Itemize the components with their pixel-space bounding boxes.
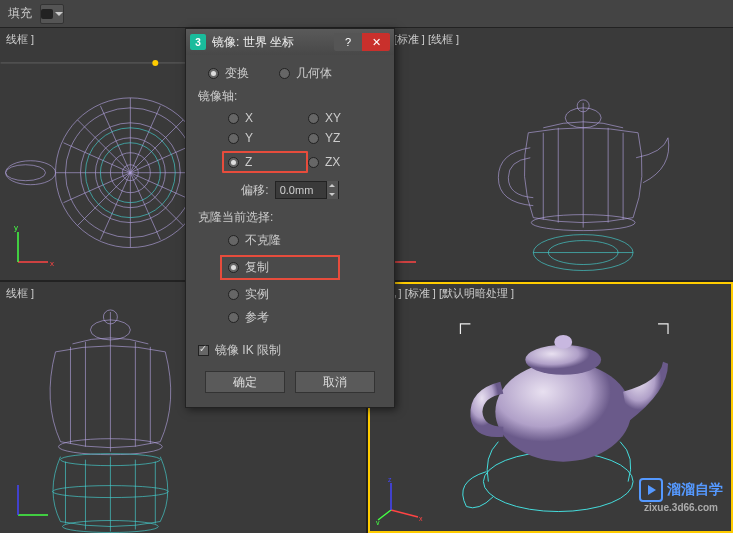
mirror-dialog: 3 镜像: 世界 坐标 ? ✕ 变换 几何体 镜像轴: X [185,28,395,408]
axis-yz-radio[interactable]: YZ [308,131,368,145]
svg-point-14 [6,161,56,185]
svg-text:y: y [14,223,18,232]
axis-zx-radio[interactable]: ZX [308,151,368,173]
radio-icon [228,262,239,273]
play-icon [639,478,663,502]
radio-icon [308,157,319,168]
axis-gizmo-top: x y [8,222,58,272]
axis-z-label: Z [245,155,252,169]
offset-spinner[interactable]: 0.0mm [275,181,339,199]
axis-xy-label: XY [325,111,341,125]
axis-z-radio[interactable]: Z [222,151,308,173]
main-toolbar: 填充 [0,0,733,28]
viewport-perspective[interactable]: 透视 ] [标准 ] [默认明暗处理 ] [368,282,734,534]
clone-copy-radio[interactable]: 复制 [220,255,340,280]
watermark: 溜溜自学 zixue.3d66.com [639,478,723,513]
clone-instance-label: 实例 [245,286,269,303]
svg-text:x: x [50,259,54,268]
clone-copy-label: 复制 [245,259,269,276]
axis-x-radio[interactable]: X [228,111,308,125]
watermark-brand: 溜溜自学 [667,481,723,497]
offset-value: 0.0mm [276,184,326,196]
mode-geometry-radio[interactable]: 几何体 [279,65,332,82]
radio-icon [228,235,239,246]
svg-line-59 [391,510,418,517]
mode-transform-radio[interactable]: 变换 [208,65,249,82]
radio-icon [308,133,319,144]
app-icon: 3 [190,34,206,50]
svg-point-56 [495,361,631,461]
spinner-down-button[interactable] [326,190,338,199]
svg-text:x: x [419,515,423,522]
svg-point-19 [152,60,158,66]
ok-button[interactable]: 确定 [205,371,285,393]
dialog-title: 镜像: 世界 坐标 [212,34,328,51]
axis-gizmo-perspective: x y z [376,475,426,525]
mirror-axis-label: 镜像轴: [198,88,382,105]
radio-icon [228,113,239,124]
axis-yz-label: YZ [325,131,340,145]
fill-color-button[interactable] [40,4,64,24]
watermark-url: zixue.3d66.com [639,502,723,513]
radio-icon [208,68,219,79]
clone-reference-label: 参考 [245,309,269,326]
clone-instance-radio[interactable]: 实例 [228,286,382,303]
axis-xy-radio[interactable]: XY [308,111,368,125]
radio-icon [308,113,319,124]
viewport-top-label: 线框 ] [6,32,34,47]
svg-point-57 [525,344,601,374]
svg-point-58 [554,334,572,348]
mode-transform-label: 变换 [225,65,249,82]
clone-none-radio[interactable]: 不克隆 [228,232,382,249]
radio-icon [228,133,239,144]
viewport-left-label: 线框 ] [6,286,34,301]
svg-text:y: y [376,519,380,525]
clone-section-label: 克隆当前选择: [198,209,382,226]
svg-point-15 [6,165,46,181]
viewport-front[interactable]: 前 ] [标准 ] [线框 ] [368,28,734,280]
axis-y-label: Y [245,131,253,145]
cancel-button[interactable]: 取消 [295,371,375,393]
help-button[interactable]: ? [334,33,362,51]
radio-icon [228,289,239,300]
dialog-titlebar[interactable]: 3 镜像: 世界 坐标 ? ✕ [186,29,394,55]
axis-gizmo-left [8,475,58,525]
close-button[interactable]: ✕ [362,33,390,51]
spinner-up-button[interactable] [326,181,338,190]
svg-text:z: z [388,476,392,483]
axis-zx-label: ZX [325,155,340,169]
axis-y-radio[interactable]: Y [228,131,308,145]
ik-limit-label: 镜像 IK 限制 [215,342,281,359]
fill-label: 填充 [8,5,32,22]
mode-geometry-label: 几何体 [296,65,332,82]
svg-line-60 [378,510,391,520]
ik-limit-checkbox[interactable] [198,345,209,356]
radio-icon [279,68,290,79]
radio-icon [228,312,239,323]
offset-label: 偏移: [241,182,268,199]
clone-reference-radio[interactable]: 参考 [228,309,382,326]
clone-none-label: 不克隆 [245,232,281,249]
radio-icon [228,157,239,168]
axis-x-label: X [245,111,253,125]
